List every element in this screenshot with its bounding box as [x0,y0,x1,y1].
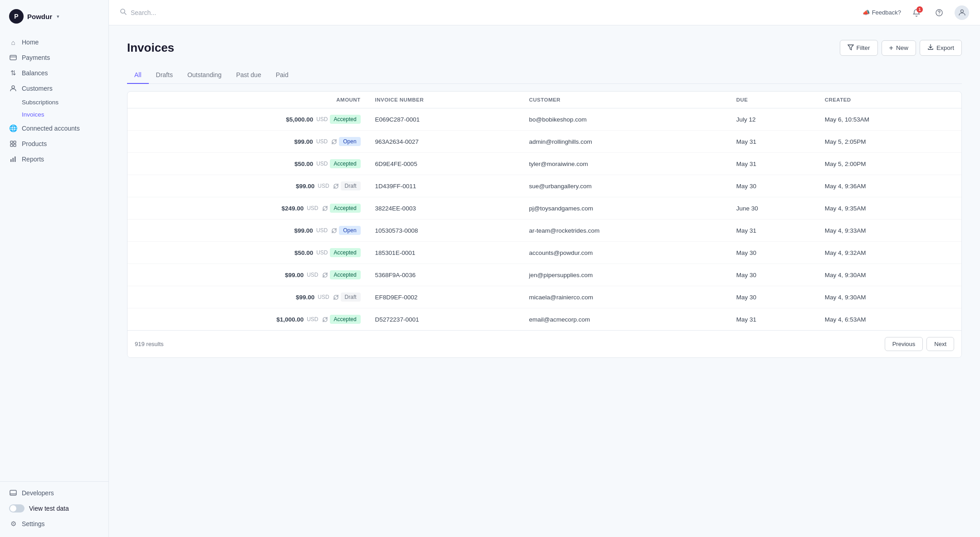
cell-amount: $99.00 USD Accepted [127,264,368,286]
filter-button[interactable]: Filter [840,40,878,56]
table-row[interactable]: $99.00 USD Draft 1D439FF-0011 sue@urbang… [127,175,961,197]
sidebar-item-developers[interactable]: Developers [0,485,108,501]
cell-due: May 31 [729,131,818,153]
cell-created: May 6, 10:53AM [818,108,961,131]
currency-label: USD [316,116,328,122]
payments-icon [9,54,17,62]
cell-customer: micaela@rainierco.com [522,286,729,308]
tab-past-due[interactable]: Past due [229,67,268,84]
status-badge: Accepted [330,204,361,213]
sidebar-item-payments[interactable]: Payments [0,50,108,65]
amount-value: $50.00 [294,249,313,256]
currency-label: USD [318,294,329,300]
cell-due: May 30 [729,175,818,197]
sidebar-item-products[interactable]: Products [0,136,108,151]
cell-created: May 5, 2:00PM [818,153,961,175]
status-badge: Accepted [330,315,361,324]
customers-icon [9,84,17,93]
company-logo[interactable]: P Powdur ▾ [0,0,108,31]
sidebar-divider [0,481,108,482]
sidebar-item-label: Connected accounts [22,125,80,132]
cell-amount: $50.00 USD Accepted [127,242,368,264]
svg-line-13 [125,13,127,15]
table-row[interactable]: $99.00 USD Open 10530573-0008 ar-team@ro… [127,220,961,242]
cell-due: May 30 [729,286,818,308]
currency-label: USD [316,249,328,256]
search-placeholder: Search... [131,9,156,16]
svg-point-12 [121,9,125,13]
table-row[interactable]: $99.00 USD Accepted 5368F9A-0036 jen@pip… [127,264,961,286]
feedback-button[interactable]: 📣 Feedback? [862,9,901,16]
sidebar-item-label: Products [22,140,47,147]
cell-created: May 4, 9:30AM [818,286,961,308]
col-amount: AMOUNT [127,92,368,108]
cell-customer: tyler@moraiwine.com [522,153,729,175]
table-row[interactable]: $249.00 USD Accepted 38224EE-0003 pj@toy… [127,197,961,220]
page-content: Invoices Filter + New Export [109,25,980,537]
cell-amount: $99.00 USD Draft [127,175,368,197]
tab-paid[interactable]: Paid [269,67,296,84]
sidebar-sub-label: Subscriptions [22,99,59,106]
cell-invoice-number: 1D439FF-0011 [368,175,522,197]
user-avatar[interactable] [955,5,969,20]
table-row[interactable]: $50.00 USD Accepted 6D9E4FE-0005 tyler@m… [127,153,961,175]
cell-invoice-number: 38224EE-0003 [368,197,522,220]
export-icon [927,44,934,52]
svg-point-2 [12,86,15,88]
sidebar-item-subscriptions[interactable]: Subscriptions [0,96,108,108]
view-test-data-toggle[interactable]: View test data [0,501,108,516]
search-bar[interactable]: Search... [120,8,855,17]
cell-customer: bo@bobikeshop.com [522,108,729,131]
tab-all[interactable]: All [127,67,149,84]
svg-rect-9 [15,156,16,162]
help-button[interactable] [932,5,946,20]
cell-amount: $99.00 USD Draft [127,286,368,308]
new-label: New [896,44,908,51]
sidebar-item-invoices[interactable]: Invoices [0,108,108,121]
settings-icon: ⚙ [9,520,17,528]
cell-amount: $5,000.00 USD Accepted [127,108,368,131]
plus-icon: + [889,44,893,52]
table-row[interactable]: $99.00 USD Open 963A2634-0027 admin@roll… [127,131,961,153]
currency-label: USD [316,161,328,167]
svg-rect-8 [13,158,14,162]
svg-rect-10 [10,490,16,495]
sidebar-nav: ⌂ Home Payments ⇅ Balances Customers Sub… [0,31,108,171]
products-icon [9,140,17,148]
table-row[interactable]: $1,000.00 USD Accepted D5272237-0001 ema… [127,308,961,331]
sidebar-item-settings[interactable]: ⚙ Settings [0,516,108,532]
developers-icon [9,489,17,497]
cell-created: May 5, 2:05PM [818,131,961,153]
table-row[interactable]: $5,000.00 USD Accepted E069C287-0001 bo@… [127,108,961,131]
sidebar-item-customers[interactable]: Customers [0,81,108,96]
currency-label: USD [307,205,318,211]
sidebar-item-label: Payments [22,54,50,61]
megaphone-icon: 📣 [862,9,870,16]
sidebar-item-reports[interactable]: Reports [0,151,108,167]
new-button[interactable]: + New [882,40,916,56]
currency-label: USD [307,272,318,278]
sidebar-item-label: Reports [22,156,44,163]
sidebar-item-home[interactable]: ⌂ Home [0,34,108,50]
notification-button[interactable]: 1 [909,5,924,20]
sidebar-item-label: Developers [22,489,54,497]
toggle-switch[interactable] [9,504,24,513]
export-button[interactable]: Export [920,40,962,56]
cell-customer: accounts@powdur.com [522,242,729,264]
sidebar-item-connected-accounts[interactable]: 🌐 Connected accounts [0,121,108,136]
col-invoice-number: INVOICE NUMBER [368,92,522,108]
cell-invoice-number: 963A2634-0027 [368,131,522,153]
cell-created: May 4, 9:35AM [818,197,961,220]
recurring-icon [333,183,339,189]
sidebar-item-balances[interactable]: ⇅ Balances [0,65,108,81]
cell-due: May 31 [729,220,818,242]
tab-outstanding[interactable]: Outstanding [180,67,229,84]
table-footer: 919 results Previous Next [127,330,961,357]
previous-button[interactable]: Previous [885,337,923,351]
invoice-tabs: All Drafts Outstanding Past due Paid [127,67,962,84]
next-button[interactable]: Next [926,337,954,351]
export-label: Export [936,44,954,51]
table-row[interactable]: $50.00 USD Accepted 185301E-0001 account… [127,242,961,264]
tab-drafts[interactable]: Drafts [149,67,180,84]
table-row[interactable]: $99.00 USD Draft EF8D9EF-0002 micaela@ra… [127,286,961,308]
